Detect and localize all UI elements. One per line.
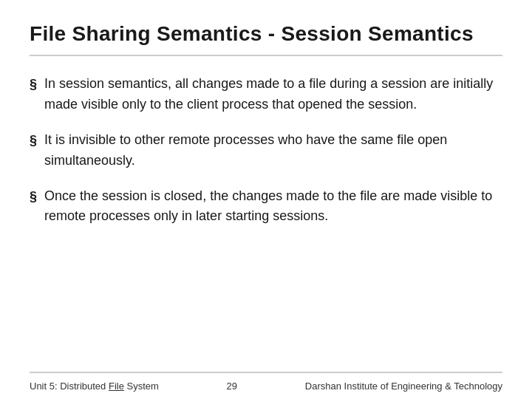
slide: File Sharing Semantics - Session Semanti…: [0, 0, 532, 399]
bullet-text-2: It is invisible to other remote processe…: [44, 130, 502, 171]
bullet-item-1: § In session semantics, all changes made…: [30, 74, 502, 115]
bullet-text-1: In session semantics, all changes made t…: [44, 74, 502, 115]
footer-page-number: 29: [227, 381, 237, 392]
slide-title: File Sharing Semantics - Session Semanti…: [30, 22, 502, 56]
bullet-item-2: § It is invisible to other remote proces…: [30, 130, 502, 171]
bullet-text-3: Once the session is closed, the changes …: [44, 186, 502, 228]
footer-unit-label: Unit 5: Distributed: [30, 381, 109, 392]
slide-footer: Unit 5: Distributed File System 29 Darsh…: [30, 372, 502, 399]
footer-left: Unit 5: Distributed File System: [30, 381, 159, 392]
slide-content: § In session semantics, all changes made…: [30, 74, 502, 372]
bullet-marker-2: §: [30, 131, 37, 151]
footer-system-label: System: [124, 381, 159, 392]
footer-institute: Darshan Institute of Engineering & Techn…: [305, 381, 502, 392]
bullet-item-3: § Once the session is closed, the change…: [30, 186, 502, 228]
bullet-marker-3: §: [30, 187, 37, 207]
footer-file-underline: File: [109, 381, 124, 392]
bullet-marker-1: §: [30, 75, 37, 95]
